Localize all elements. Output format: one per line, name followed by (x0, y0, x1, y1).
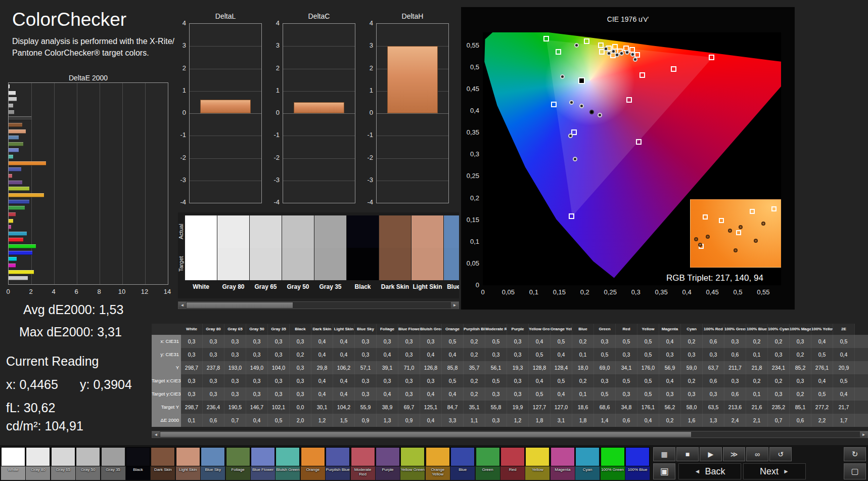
x-tick-label: 0,55 (752, 288, 774, 296)
refresh-button[interactable]: ↻ (844, 447, 866, 461)
display-button[interactable]: ▣ (653, 463, 675, 479)
screen-button[interactable]: ▢ (844, 463, 866, 479)
patch-button[interactable]: Bluish Green (276, 447, 300, 480)
patch-button[interactable]: Moderate Red (351, 447, 375, 480)
patch-button[interactable]: Gray 35 (101, 447, 125, 480)
deltal-chart-title: DeltaL (189, 12, 262, 20)
patch-button[interactable]: Magenta (551, 447, 575, 480)
cie-target-marker (709, 55, 714, 60)
inset-measured-marker (706, 235, 710, 239)
patch-button[interactable]: Red (500, 447, 525, 480)
back-button[interactable]: ◄Back (678, 463, 741, 479)
table-cell: 0,1 (572, 387, 594, 401)
table-cell: 0,7 (224, 414, 246, 427)
loop-button[interactable]: ∞ (746, 447, 768, 461)
patch-button[interactable]: Blue Flower (251, 447, 275, 480)
patch-button[interactable]: Purplish Blue (326, 447, 350, 480)
deltac-y-axis: 43210-1-2-3-4 (268, 23, 282, 203)
table-cell: 1,1 (464, 414, 485, 427)
skip-button[interactable]: ≫ (723, 447, 745, 461)
table-header-cell: Bluish Green (420, 324, 442, 335)
patch-swatch (1, 447, 25, 466)
patch-button[interactable]: Yellow (525, 447, 550, 480)
patch-button[interactable]: 100% Blue (625, 447, 650, 480)
table-cell: 0,4 (377, 387, 398, 401)
grid-line (377, 113, 448, 114)
swatch-strip-scrollbar[interactable]: ◄► (178, 301, 459, 309)
patch-button[interactable]: Green (476, 447, 500, 480)
current-reading-heading: Current Reading (6, 354, 99, 369)
table-cell: 0,3 (594, 335, 616, 348)
measurement-table-scrollbar[interactable]: ◄► (152, 431, 868, 438)
grid-line (190, 181, 261, 181)
scroll-right-arrow[interactable]: ► (451, 302, 459, 309)
patch-button[interactable]: White (1, 447, 25, 480)
patch-button[interactable]: Cyan (575, 447, 600, 480)
patch-button-label: Blue Flower (251, 466, 275, 480)
scroll-thumb[interactable] (187, 302, 293, 308)
table-header-cell: Blue Flower (398, 324, 420, 335)
y-tick-label: 2 (267, 64, 280, 72)
patch-button[interactable]: Gray 50 (76, 447, 100, 480)
patch-swatch (176, 447, 200, 466)
table-cell: 0,1 (746, 348, 768, 361)
table-row: ΔE 20000,10,60,70,40,52,01,21,50,91,30,9… (152, 414, 868, 427)
stop-button[interactable]: ■ (676, 447, 699, 461)
y-tick-label: -1 (361, 131, 373, 139)
play-button[interactable]: ▶ (700, 447, 722, 461)
patch-button[interactable]: Blue Sky (201, 447, 225, 480)
table-cell: 2,2 (811, 414, 833, 427)
pattern-window-button[interactable]: ▦ (653, 447, 675, 461)
table-cell: 0,3 (290, 387, 311, 401)
patch-button[interactable]: Dark Skin (151, 447, 175, 480)
cie-target-marker (584, 38, 589, 44)
patch-button[interactable]: Purple (376, 447, 400, 480)
deltac-chart-title: DeltaC (283, 12, 355, 20)
deltae2000-chart-title: DeltaE 2000 (8, 74, 168, 82)
patch-swatch (450, 447, 475, 466)
table-header-cell: White (181, 324, 203, 335)
grid-line (283, 181, 355, 181)
table-row: Target x:CIE310,30,30,30,30,30,30,40,40,… (152, 374, 868, 387)
scroll-left-arrow[interactable]: ◄ (178, 302, 186, 309)
patch-button[interactable]: Black (126, 447, 150, 480)
inset-target-marker (736, 230, 741, 235)
patch-button-label: White (1, 466, 25, 480)
deltae-bar (9, 155, 13, 159)
grid-line (190, 113, 261, 114)
patch-button[interactable]: 100% Green (601, 447, 625, 480)
patch-button[interactable]: Orange Yellow (426, 447, 450, 480)
cie-target-marker (598, 42, 604, 48)
patch-button[interactable]: Light Skin (176, 447, 200, 480)
subtitle-line1: Display analysis is performed with the X… (12, 35, 179, 47)
table-cell: 0,3 (790, 374, 811, 387)
x-tick-label: 8 (93, 288, 106, 295)
table-cell: 0,5 (637, 374, 659, 387)
table-cell: 0,1 (181, 414, 203, 427)
table-cell: 0,3 (594, 374, 616, 387)
table-header-cell: Purple (507, 324, 529, 335)
patch-button[interactable]: Blue (450, 447, 475, 480)
scroll-right-arrow[interactable]: ► (860, 431, 867, 438)
deltae-bar (9, 148, 19, 152)
target-swatch (444, 248, 459, 280)
patch-button[interactable]: Foliage (226, 447, 250, 480)
scroll-left-arrow[interactable]: ◄ (152, 431, 160, 438)
table-cell: 0,5 (551, 374, 572, 387)
patch-button[interactable]: Yellow Green (400, 447, 425, 480)
table-cell: 0,5 (442, 335, 464, 348)
patch-button[interactable]: Gray 80 (26, 447, 50, 480)
scroll-thumb[interactable] (160, 432, 691, 437)
x-tick-label: 0,1 (523, 288, 545, 296)
patch-button[interactable]: Gray 65 (51, 447, 75, 480)
grid-line (190, 158, 261, 159)
table-cell: 1,3 (377, 414, 398, 427)
reset-button[interactable]: ↺ (769, 447, 792, 461)
patch-swatch (551, 447, 575, 466)
table-cell: 0,2 (768, 374, 790, 387)
table-cell: 58,0 (681, 401, 703, 414)
next-button[interactable]: Next► (743, 463, 806, 479)
x-tick-label: 2 (24, 288, 37, 295)
patch-button[interactable]: Orange (301, 447, 325, 480)
table-cell: 0,9 (355, 414, 377, 427)
